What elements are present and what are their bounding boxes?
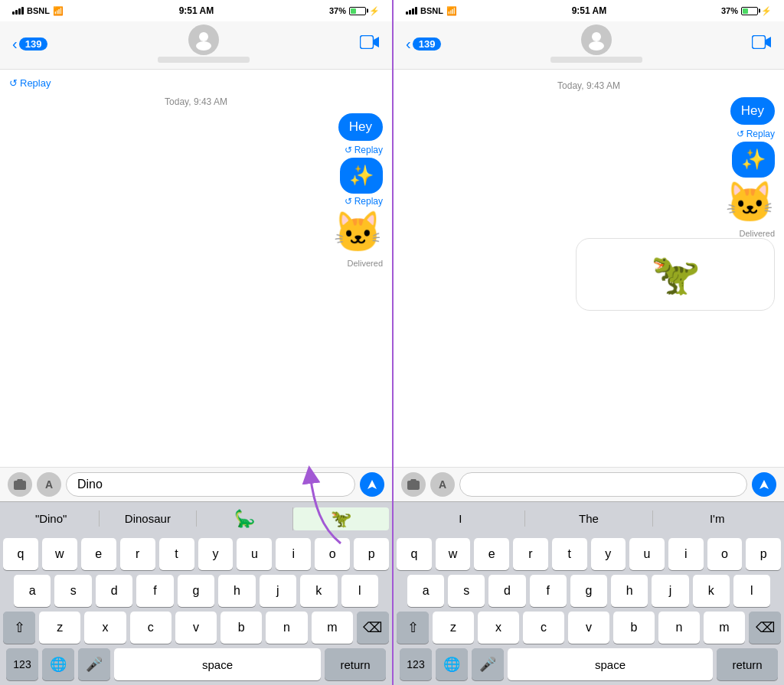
suggestions-bar-right: I The I'm (394, 501, 784, 535)
key-globe-left[interactable]: 🌐 (42, 648, 74, 680)
suggestion-dino-quoted[interactable]: "Dino" (3, 510, 100, 527)
key-k-right[interactable]: k (693, 575, 730, 607)
key-b-right[interactable]: b (613, 612, 655, 644)
right-phone-panel: BSNL 📶 9:51 AM 37% ⚡ ‹ 139 (392, 0, 784, 685)
suggestion-i[interactable]: I (397, 510, 525, 527)
key-v-left[interactable]: v (175, 612, 217, 644)
key-shift-right[interactable]: ⇧ (397, 612, 429, 644)
key-t-right[interactable]: t (552, 538, 587, 570)
key-s-left[interactable]: s (54, 575, 91, 607)
key-j-left[interactable]: j (260, 575, 296, 607)
key-p-right[interactable]: p (746, 538, 781, 570)
key-b-left[interactable]: b (220, 612, 262, 644)
key-x-left[interactable]: x (84, 612, 126, 644)
key-l-right[interactable]: l (733, 575, 770, 607)
key-i-left[interactable]: i (276, 538, 311, 570)
send-button-left[interactable] (360, 472, 384, 497)
key-e-left[interactable]: e (81, 538, 116, 570)
replay-label-top[interactable]: Replay (20, 77, 51, 89)
key-z-right[interactable]: z (433, 612, 474, 644)
key-y-left[interactable]: y (198, 538, 234, 570)
key-globe-right[interactable]: 🌐 (436, 648, 468, 680)
key-w-left[interactable]: w (42, 538, 77, 570)
suggestion-trex[interactable]: 🦖 (293, 507, 389, 530)
key-mic-right[interactable]: 🎤 (472, 648, 504, 680)
key-k-left[interactable]: k (300, 575, 337, 607)
key-v-right[interactable]: v (568, 612, 609, 644)
back-button-left[interactable]: ‹ 139 (12, 35, 47, 53)
key-c-left[interactable]: c (130, 612, 172, 644)
key-x-right[interactable]: x (478, 612, 519, 644)
key-delete-left[interactable]: ⌫ (357, 612, 389, 644)
back-button-right[interactable]: ‹ 139 (406, 35, 441, 53)
key-m-right[interactable]: m (704, 612, 745, 644)
key-y-right[interactable]: y (591, 538, 626, 570)
replay-under-hey-right[interactable]: ↺ Replay (737, 129, 775, 139)
charging-icon-right: ⚡ (761, 6, 772, 16)
video-button-left[interactable] (360, 34, 380, 54)
back-badge-right[interactable]: 139 (413, 38, 442, 51)
key-f-right[interactable]: f (530, 575, 567, 607)
suggestion-the[interactable]: The (525, 510, 654, 527)
key-t-left[interactable]: t (159, 538, 194, 570)
key-s-right[interactable]: s (448, 575, 485, 607)
key-return-right[interactable]: return (717, 648, 778, 680)
avatar-right (581, 24, 612, 55)
key-h-left[interactable]: h (218, 575, 255, 607)
key-f-left[interactable]: f (136, 575, 173, 607)
video-button-right[interactable] (752, 34, 772, 54)
key-return-left[interactable]: return (325, 648, 386, 680)
key-n-left[interactable]: n (266, 612, 307, 644)
camera-button-right[interactable] (401, 472, 426, 497)
key-c-right[interactable]: c (523, 612, 564, 644)
apps-button-right[interactable]: A (430, 472, 455, 497)
replay-under-sparkle[interactable]: ↺ Replay (345, 196, 383, 207)
key-r-right[interactable]: r (513, 538, 548, 570)
key-q-left[interactable]: q (3, 538, 38, 570)
message-input-right[interactable] (459, 472, 747, 497)
left-phone-panel: BSNL 📶 9:51 AM 37% ⚡ ‹ 139 (0, 0, 392, 685)
camera-button-left[interactable] (8, 472, 32, 497)
key-i-right[interactable]: i (668, 538, 704, 570)
key-e-right[interactable]: e (474, 538, 509, 570)
back-badge-left[interactable]: 139 (19, 38, 48, 51)
message-input-left[interactable] (66, 472, 355, 497)
key-n-right[interactable]: n (658, 612, 700, 644)
replay-label-hey-right[interactable]: Replay (746, 129, 775, 139)
key-space-left[interactable]: space (114, 648, 321, 680)
suggestion-brontosaurus[interactable]: 🦕 (197, 507, 293, 530)
key-p-left[interactable]: p (354, 538, 389, 570)
key-g-left[interactable]: g (178, 575, 214, 607)
replay-under-hey[interactable]: ↺ Replay (345, 145, 383, 155)
key-m-left[interactable]: m (312, 612, 353, 644)
key-a-left[interactable]: a (14, 575, 51, 607)
apps-button-left[interactable]: A (37, 472, 61, 497)
key-h-right[interactable]: h (611, 575, 648, 607)
key-r-left[interactable]: r (120, 538, 155, 570)
key-o-right[interactable]: o (707, 538, 743, 570)
key-u-left[interactable]: u (237, 538, 272, 570)
replay-label-sparkle[interactable]: Replay (354, 196, 383, 207)
key-space-right[interactable]: space (508, 648, 713, 680)
key-w-right[interactable]: w (436, 538, 471, 570)
replay-label-hey[interactable]: Replay (354, 145, 383, 155)
key-123-right[interactable]: 123 (400, 648, 432, 680)
key-123-left[interactable]: 123 (6, 648, 38, 680)
key-a-right[interactable]: a (407, 575, 444, 607)
suggestion-dinosaur[interactable]: Dinosaur (100, 510, 196, 527)
key-l-left[interactable]: l (341, 575, 378, 607)
key-d-left[interactable]: d (96, 575, 132, 607)
suggestion-im[interactable]: I'm (653, 510, 781, 527)
key-mic-left[interactable]: 🎤 (78, 648, 110, 680)
key-delete-right[interactable]: ⌫ (749, 612, 781, 644)
key-o-left[interactable]: o (315, 538, 350, 570)
key-shift-left[interactable]: ⇧ (3, 612, 35, 644)
key-u-right[interactable]: u (629, 538, 665, 570)
key-d-right[interactable]: d (488, 575, 525, 607)
replay-link-top[interactable]: ↺ Replay (9, 76, 383, 92)
key-z-left[interactable]: z (39, 612, 80, 644)
key-q-right[interactable]: q (397, 538, 432, 570)
key-j-right[interactable]: j (652, 575, 688, 607)
send-button-right[interactable] (752, 472, 776, 497)
key-g-right[interactable]: g (570, 575, 607, 607)
